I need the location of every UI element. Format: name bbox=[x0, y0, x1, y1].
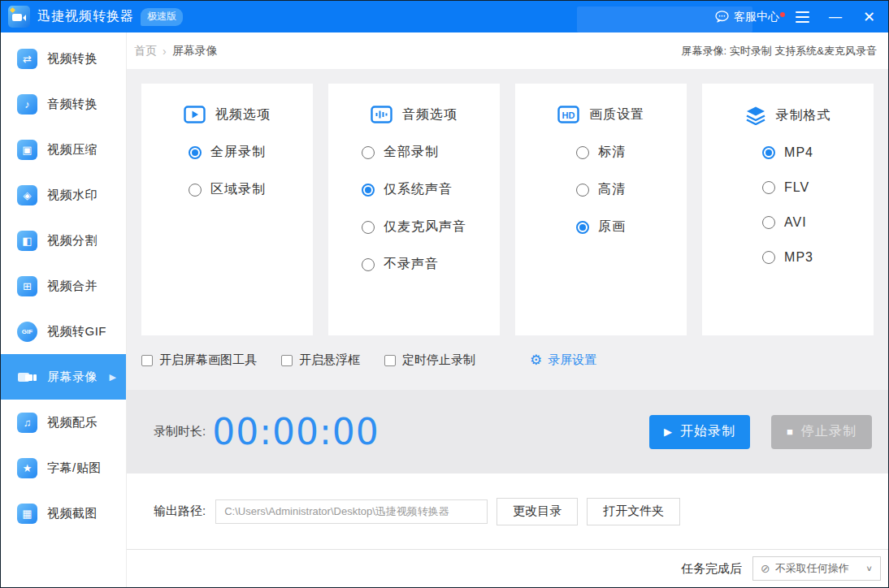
notification-dot bbox=[780, 12, 785, 17]
radio-region-record[interactable]: 区域录制 bbox=[189, 181, 266, 198]
quality-settings-card: HD 画质设置 标清 高清 bbox=[515, 84, 687, 335]
svg-text:HD: HD bbox=[562, 110, 575, 120]
duration-value: 00:00:00 bbox=[212, 414, 379, 450]
radio-icon bbox=[576, 146, 589, 159]
radio-fullscreen-record[interactable]: 全屏录制 bbox=[189, 144, 266, 161]
format-layers-icon bbox=[745, 106, 766, 125]
video-merge-icon: ⊞ bbox=[17, 276, 37, 296]
title-bar: 迅捷视频转换器 极速版 客服中心 — ✕ bbox=[1, 1, 888, 32]
radio-icon bbox=[362, 221, 375, 234]
radio-format-flv[interactable]: FLV bbox=[762, 180, 813, 195]
audio-options-icon bbox=[371, 106, 392, 123]
sidebar-item-video-watermark[interactable]: ◈ 视频水印 bbox=[1, 172, 126, 218]
radio-format-mp4[interactable]: MP4 bbox=[762, 145, 813, 160]
open-folder-button[interactable]: 打开文件夹 bbox=[587, 498, 680, 525]
subtitle-sticker-icon: ★ bbox=[17, 458, 37, 478]
close-button[interactable]: ✕ bbox=[860, 8, 878, 26]
sidebar-item-video-to-gif[interactable]: GIF 视频转GIF bbox=[1, 309, 126, 354]
submenu-arrow-icon: ▶ bbox=[110, 372, 116, 383]
sidebar-item-video-snapshot[interactable]: ▦ 视频截图 bbox=[1, 491, 126, 536]
breadcrumb-home[interactable]: 首页 bbox=[134, 44, 157, 58]
video-compress-icon: ▣ bbox=[17, 140, 37, 160]
edition-badge: 极速版 bbox=[141, 8, 183, 26]
radio-quality-original[interactable]: 原画 bbox=[576, 218, 626, 236]
radio-icon bbox=[362, 184, 375, 197]
no-action-icon: ⊘ bbox=[761, 562, 770, 575]
radio-icon bbox=[576, 184, 589, 197]
chevron-down-icon: ∨ bbox=[865, 564, 873, 573]
radio-format-avi[interactable]: AVI bbox=[762, 215, 813, 230]
radio-icon bbox=[762, 146, 775, 159]
app-logo-icon bbox=[8, 6, 30, 28]
sidebar-item-video-split[interactable]: ◧ 视频分割 bbox=[1, 218, 126, 263]
app-title: 迅捷视频转换器 bbox=[37, 8, 134, 25]
settings-content: 视频选项 全屏录制 区域录制 bbox=[127, 69, 888, 390]
radio-record-all-audio[interactable]: 全部录制 bbox=[362, 144, 466, 161]
radio-format-mp3[interactable]: MP3 bbox=[762, 250, 813, 265]
record-settings-link[interactable]: ⚙ 录屏设置 bbox=[530, 352, 596, 368]
radio-quality-sd[interactable]: 标清 bbox=[576, 144, 626, 161]
video-options-card: 视频选项 全屏录制 区域录制 bbox=[141, 84, 313, 335]
recording-bar: 录制时长: 00:00:00 ▶ 开始录制 ■ 停止录制 bbox=[127, 390, 888, 473]
card-title: 视频选项 bbox=[215, 106, 271, 123]
checkbox-icon bbox=[384, 355, 396, 366]
radio-icon bbox=[762, 181, 775, 194]
gear-icon: ⚙ bbox=[530, 353, 542, 367]
radio-icon bbox=[189, 184, 202, 197]
card-title: 录制格式 bbox=[776, 107, 831, 124]
radio-system-audio-only[interactable]: 仅系统声音 bbox=[362, 181, 466, 198]
checkbox-icon bbox=[281, 355, 293, 366]
after-task-dropdown[interactable]: ⊘ 不采取任何操作 ∨ bbox=[752, 556, 881, 581]
sidebar-item-audio-convert[interactable]: ♪ 音频转换 bbox=[1, 81, 126, 127]
sidebar-item-video-merge[interactable]: ⊞ 视频合并 bbox=[1, 263, 126, 309]
video-to-gif-icon: GIF bbox=[17, 322, 37, 342]
card-title: 画质设置 bbox=[589, 106, 644, 123]
customer-service-label: 客服中心 bbox=[734, 10, 779, 24]
feature-description: 屏幕录像: 实时录制 支持系统&麦克风录音 bbox=[681, 44, 877, 58]
radio-quality-hd[interactable]: 高清 bbox=[576, 181, 626, 198]
record-format-card: 录制格式 MP4 FLV bbox=[702, 84, 874, 335]
task-complete-label: 任务完成后 bbox=[681, 561, 742, 577]
stop-record-button[interactable]: ■ 停止录制 bbox=[771, 415, 872, 449]
menu-icon[interactable] bbox=[794, 8, 811, 26]
checkbox-floating-box[interactable]: 开启悬浮框 bbox=[281, 352, 360, 368]
video-music-icon: ♫ bbox=[17, 413, 37, 433]
output-path-input[interactable] bbox=[215, 499, 488, 524]
checkbox-screen-draw-tool[interactable]: 开启屏幕画图工具 bbox=[141, 352, 257, 368]
app-window: 迅捷视频转换器 极速版 客服中心 — ✕ ⇄ 视频转换 bbox=[0, 0, 889, 588]
screen-record-icon bbox=[17, 367, 37, 387]
sidebar: ⇄ 视频转换 ♪ 音频转换 ▣ 视频压缩 ◈ 视频水印 ◧ 视频分割 ⊞ 视频合… bbox=[1, 32, 127, 587]
radio-icon bbox=[362, 146, 375, 159]
radio-icon bbox=[576, 221, 589, 234]
start-record-button[interactable]: ▶ 开始录制 bbox=[649, 415, 750, 449]
sidebar-item-subtitle-sticker[interactable]: ★ 字幕/贴图 bbox=[1, 445, 126, 491]
output-path-row: 输出路径: 更改目录 打开文件夹 bbox=[127, 473, 888, 549]
customer-service-button[interactable]: 客服中心 bbox=[715, 10, 779, 24]
radio-icon bbox=[362, 258, 375, 271]
hd-quality-icon: HD bbox=[557, 106, 579, 123]
radio-icon bbox=[189, 146, 202, 159]
radio-mic-audio-only[interactable]: 仅麦克风声音 bbox=[362, 218, 466, 236]
footer-bar: 任务完成后 ⊘ 不采取任何操作 ∨ bbox=[127, 549, 888, 587]
checkbox-icon bbox=[141, 355, 153, 366]
sidebar-item-video-convert[interactable]: ⇄ 视频转换 bbox=[1, 36, 126, 81]
play-icon: ▶ bbox=[664, 426, 673, 438]
radio-icon bbox=[762, 216, 775, 229]
video-snapshot-icon: ▦ bbox=[17, 504, 37, 524]
video-convert-icon: ⇄ bbox=[17, 49, 37, 69]
chat-bubble-icon bbox=[715, 11, 729, 23]
radio-no-audio[interactable]: 不录声音 bbox=[362, 256, 466, 273]
breadcrumb: 首页 › 屏幕录像 屏幕录像: 实时录制 支持系统&麦克风录音 bbox=[127, 32, 888, 69]
sidebar-item-screen-record[interactable]: 屏幕录像 ▶ bbox=[1, 354, 126, 400]
video-split-icon: ◧ bbox=[17, 231, 37, 251]
duration-label: 录制时长: bbox=[154, 424, 206, 439]
audio-options-card: 音频选项 全部录制 仅系统声音 bbox=[328, 84, 500, 335]
change-directory-button[interactable]: 更改目录 bbox=[497, 498, 578, 525]
sidebar-item-video-compress[interactable]: ▣ 视频压缩 bbox=[1, 127, 126, 172]
minimize-button[interactable]: — bbox=[826, 1, 845, 32]
sidebar-item-video-music[interactable]: ♫ 视频配乐 bbox=[1, 400, 126, 445]
card-title: 音频选项 bbox=[402, 106, 458, 123]
dropdown-value: 不采取任何操作 bbox=[775, 561, 849, 576]
checkbox-timed-stop[interactable]: 定时停止录制 bbox=[384, 352, 475, 368]
radio-icon bbox=[762, 251, 775, 264]
